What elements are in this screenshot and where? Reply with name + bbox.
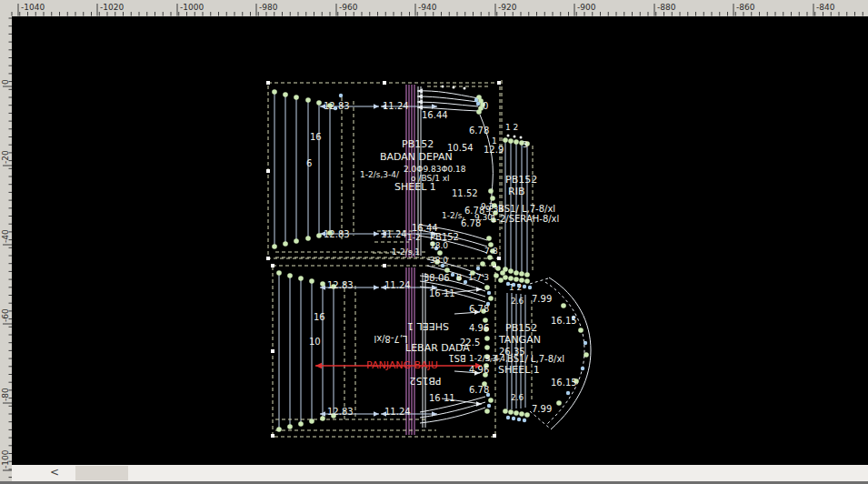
pattern-node[interactable] <box>276 427 282 432</box>
pattern-node[interactable] <box>508 268 514 274</box>
pattern-node[interactable] <box>517 418 521 421</box>
pattern-node[interactable] <box>494 273 499 278</box>
scrollbar-thumb[interactable] <box>75 466 128 480</box>
pattern-node[interactable] <box>305 97 311 103</box>
pattern-node[interactable] <box>305 236 311 241</box>
pattern-node[interactable] <box>566 391 570 395</box>
pattern-node[interactable] <box>476 102 480 106</box>
pattern-node[interactable] <box>500 270 505 276</box>
pattern-node[interactable] <box>283 241 288 247</box>
pattern-node[interactable] <box>506 416 510 419</box>
pattern-node[interactable] <box>444 267 450 273</box>
pattern-node[interactable] <box>584 352 589 358</box>
pattern-node[interactable] <box>437 250 443 256</box>
pattern-node[interactable] <box>486 236 492 241</box>
pattern-node[interactable] <box>487 291 491 295</box>
pattern-node[interactable] <box>524 412 530 418</box>
pattern-node[interactable] <box>287 424 293 429</box>
pattern-node[interactable] <box>508 409 514 415</box>
pattern-node[interactable] <box>484 345 490 350</box>
pattern-node[interactable] <box>498 277 504 283</box>
pattern-node[interactable] <box>488 398 494 403</box>
pattern-node[interactable] <box>524 272 530 277</box>
pattern-node[interactable] <box>316 100 322 106</box>
pattern-node[interactable] <box>464 87 466 90</box>
pattern-node[interactable] <box>320 281 325 287</box>
pattern-node[interactable] <box>276 270 282 276</box>
pattern-label: 6.78 <box>469 126 489 136</box>
pattern-node[interactable] <box>528 286 532 289</box>
pattern-node[interactable] <box>519 277 524 283</box>
svg-text:-960: -960 <box>339 3 358 12</box>
pattern-node[interactable] <box>442 86 444 88</box>
pattern-node[interactable] <box>483 318 488 323</box>
pattern-label: 2.6 <box>511 297 524 306</box>
pattern-node[interactable] <box>287 273 293 278</box>
pattern-node[interactable] <box>561 303 566 308</box>
pattern-node[interactable] <box>474 98 478 102</box>
pattern-node[interactable] <box>298 276 304 281</box>
pattern-node[interactable] <box>339 94 343 97</box>
pattern-node[interactable] <box>507 135 510 137</box>
pattern-label: 11.24 <box>381 229 407 239</box>
pattern-node[interactable] <box>508 276 514 281</box>
svg-text:-40: -40 <box>1 229 10 243</box>
pattern-node[interactable] <box>309 418 314 424</box>
drawing-canvas[interactable]: 12.8311.2416616.44PB152BADAN DEPAN1-2/s,… <box>12 16 868 464</box>
pattern-node[interactable] <box>294 95 299 100</box>
pattern-node[interactable] <box>520 136 523 139</box>
svg-text:-20: -20 <box>1 150 10 164</box>
pattern-node[interactable] <box>514 410 519 416</box>
pattern-node[interactable] <box>451 273 454 277</box>
pattern-node[interactable] <box>556 400 562 406</box>
pattern-node[interactable] <box>512 417 515 420</box>
pattern-node[interactable] <box>476 109 482 115</box>
pattern-node[interactable] <box>488 188 494 194</box>
horizontal-scrollbar[interactable]: < <box>12 465 868 481</box>
pattern-node[interactable] <box>519 271 524 277</box>
pattern-node[interactable] <box>464 280 467 284</box>
pattern-node[interactable] <box>272 89 277 95</box>
pattern-node[interactable] <box>514 277 519 282</box>
pattern-label: 1-2/SERAH-8/xl <box>491 214 559 224</box>
pattern-node[interactable] <box>503 137 508 143</box>
pattern-node[interactable] <box>514 270 519 276</box>
pattern-node[interactable] <box>491 261 496 267</box>
pattern-node[interactable] <box>316 233 322 238</box>
pattern-node[interactable] <box>503 408 508 414</box>
pattern-node[interactable] <box>581 367 584 370</box>
pattern-node[interactable] <box>495 266 501 271</box>
pattern-label: 1 2 <box>505 123 518 132</box>
pattern-node[interactable] <box>578 328 584 333</box>
pattern-node[interactable] <box>320 416 325 421</box>
pattern-node[interactable] <box>584 341 587 345</box>
pattern-node[interactable] <box>294 238 299 244</box>
pattern-node[interactable] <box>514 136 516 138</box>
pattern-node[interactable] <box>488 296 494 301</box>
pattern-node[interactable] <box>514 139 519 145</box>
pattern-node[interactable] <box>298 421 304 427</box>
pattern-node[interactable] <box>272 244 277 249</box>
pattern-node[interactable] <box>283 92 288 97</box>
pattern-label: 10 <box>309 337 321 347</box>
pattern-node[interactable] <box>519 411 524 417</box>
pattern-node[interactable] <box>490 196 495 201</box>
pattern-node[interactable] <box>503 275 508 280</box>
pattern-node[interactable] <box>453 86 455 89</box>
pattern-node[interactable] <box>524 278 530 284</box>
pattern-node[interactable] <box>480 261 485 267</box>
pattern-node[interactable] <box>484 285 490 290</box>
pattern-node[interactable] <box>484 336 490 341</box>
pattern-node[interactable] <box>476 267 480 270</box>
pattern-node[interactable] <box>523 285 526 288</box>
pattern-node[interactable] <box>523 418 526 422</box>
scroll-left-arrow-icon[interactable]: < <box>50 466 59 479</box>
pattern-node[interactable] <box>487 255 493 260</box>
pattern-node[interactable] <box>309 278 314 284</box>
pattern-node[interactable] <box>487 404 491 408</box>
pattern-label: 11.52 <box>452 188 478 198</box>
svg-text:-860: -860 <box>736 3 755 12</box>
pattern-node[interactable] <box>508 138 514 144</box>
pattern-label: 3-4, <box>485 354 502 363</box>
pattern-node[interactable] <box>484 408 490 414</box>
